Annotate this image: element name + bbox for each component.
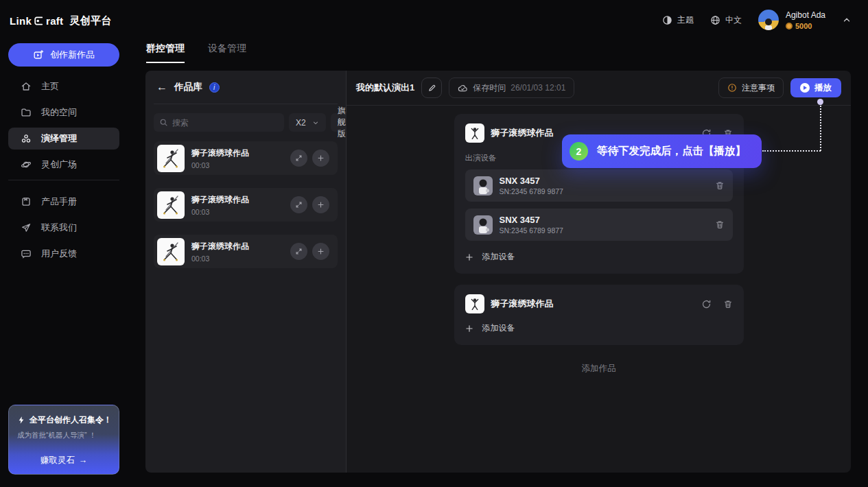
home-icon xyxy=(21,81,32,92)
info-icon[interactable]: i xyxy=(209,82,220,93)
back-button[interactable]: ← xyxy=(156,82,167,93)
tab-device-management[interactable]: 设备管理 xyxy=(208,43,246,63)
globe-icon xyxy=(710,15,720,25)
theme-label: 主题 xyxy=(677,14,694,26)
sidebar-item-label: 灵创广场 xyxy=(41,158,77,171)
tab-group-control[interactable]: 群控管理 xyxy=(146,43,185,63)
sidebar-item-manual[interactable]: 产品手册 xyxy=(8,191,119,213)
play-label: 播放 xyxy=(814,82,832,94)
sidebar-item-plaza[interactable]: 灵创广场 xyxy=(8,154,119,176)
add-work-button[interactable]: 添加作品 xyxy=(454,363,744,375)
user-info: Agibot Ada 5000 xyxy=(786,10,825,30)
sidebar-item-home[interactable]: 主页 xyxy=(8,75,119,97)
play-button[interactable]: 播放 xyxy=(790,78,841,97)
user-name: Agibot Ada xyxy=(786,10,825,20)
sidebar-item-label: 用户反馈 xyxy=(41,248,77,260)
stage-header-divider xyxy=(347,105,851,106)
device-serial: SN:2345 6789 9877 xyxy=(500,187,563,195)
add-device-button[interactable]: 添加设备 xyxy=(465,251,733,263)
device-row: SNX 3457 SN:2345 6789 9877 xyxy=(465,209,733,241)
work-thumbnail xyxy=(465,123,484,143)
sidebar-item-my-space[interactable]: 我的空间 xyxy=(8,102,119,123)
save-time-chip: 保存时间 26/01/03 12:01 xyxy=(449,78,574,98)
add-device-label: 添加设备 xyxy=(482,322,515,334)
work-thumbnail xyxy=(157,145,185,172)
notice-button[interactable]: 注意事项 xyxy=(718,78,784,98)
book-icon xyxy=(21,196,32,207)
coin-balance: 5000 xyxy=(795,22,812,30)
sidebar-item-label: 演绎管理 xyxy=(41,132,77,145)
theme-toggle[interactable]: 主题 xyxy=(662,14,694,26)
show-title: 我的默认演出1 xyxy=(356,82,414,94)
trash-icon[interactable] xyxy=(723,299,733,309)
library-item[interactable]: 狮子滚绣球作品 00:03 xyxy=(154,141,338,175)
tooltip-text: 等待下发完成后，点击【播放】 xyxy=(597,144,746,158)
expand-button[interactable] xyxy=(290,243,307,260)
library-item[interactable]: 狮子滚绣球作品 00:03 xyxy=(154,235,338,268)
add-to-show-button[interactable] xyxy=(312,150,329,167)
notice-label: 注意事项 xyxy=(742,82,775,94)
plus-icon xyxy=(465,253,473,261)
sidebar-item-label: 主页 xyxy=(41,80,59,93)
sidebar-item-label: 联系我们 xyxy=(41,222,77,234)
brand-platform: 灵创平台 xyxy=(69,14,111,27)
play-icon xyxy=(800,83,810,93)
trash-icon[interactable] xyxy=(715,180,725,191)
language-switcher[interactable]: 中文 xyxy=(710,14,742,26)
add-to-show-button[interactable] xyxy=(312,243,329,260)
main-tabs: 群控管理 设备管理 xyxy=(146,43,246,63)
device-serial: SN:2345 6789 9877 xyxy=(500,226,563,235)
add-to-show-button[interactable] xyxy=(312,196,329,213)
tooltip-connector-vertical xyxy=(820,104,821,151)
device-avatar xyxy=(473,176,493,195)
chevron-down-icon xyxy=(312,119,319,126)
sidebar: Link raft 灵创平台 创作新作品 xyxy=(0,0,128,487)
video-add-icon xyxy=(33,49,44,60)
work-thumbnail xyxy=(465,294,484,313)
refresh-icon[interactable] xyxy=(701,299,712,309)
promo-card: 全平台创作人召集令！ 成为首批“机器人导演” ！ 赚取灵石 → xyxy=(8,405,119,475)
promo-headline: 全平台创作人召集令！ xyxy=(30,414,112,426)
chevron-up-icon[interactable] xyxy=(842,15,852,25)
folder-icon xyxy=(21,107,32,118)
work-thumbnail xyxy=(157,191,185,219)
trash-icon[interactable] xyxy=(715,219,725,230)
speed-select[interactable]: X2 xyxy=(289,113,326,132)
create-work-label: 创作新作品 xyxy=(50,49,95,61)
sidebar-item-label: 产品手册 xyxy=(41,195,77,208)
save-time-value: 26/01/03 12:01 xyxy=(511,83,565,93)
sidebar-item-contact[interactable]: 联系我们 xyxy=(8,217,119,239)
sidebar-item-feedback[interactable]: 用户反馈 xyxy=(8,243,119,265)
create-work-button[interactable]: 创作新作品 xyxy=(8,43,119,67)
work-duration: 00:03 xyxy=(191,208,249,216)
tooltip-connector-dot xyxy=(817,99,823,105)
user-avatar[interactable] xyxy=(758,10,779,30)
app-root: Link raft 灵创平台 创作新作品 xyxy=(0,0,868,487)
library-panel: ← 作品库 i X2 xyxy=(145,71,347,473)
plus-icon xyxy=(465,324,473,333)
library-item[interactable]: 狮子滚绣球作品 00:03 xyxy=(154,188,338,222)
expand-button[interactable] xyxy=(290,196,307,213)
expand-button[interactable] xyxy=(290,150,307,167)
earn-gems-button[interactable]: 赚取灵石 → xyxy=(9,447,119,474)
warning-icon xyxy=(727,83,737,93)
work-thumbnail xyxy=(157,238,185,265)
work-title: 狮子滚绣球作品 xyxy=(191,241,249,252)
topbar-right: 主题 中文 Agibot Ada 5000 xyxy=(662,0,852,40)
paper-plane-icon xyxy=(21,222,32,233)
search-input[interactable] xyxy=(172,118,279,128)
onboarding-tooltip: 2 等待下发完成后，点击【播放】 xyxy=(562,134,762,168)
save-time-label: 保存时间 xyxy=(473,82,506,94)
edit-title-button[interactable] xyxy=(421,78,442,98)
sidebar-divider xyxy=(8,180,119,180)
brand-part1: Link xyxy=(10,15,32,27)
work-title: 狮子滚绣球作品 xyxy=(191,147,249,159)
stage-panel: 我的默认演出1 保存时间 26/01/03 12:01 xyxy=(347,71,851,473)
card-work-title: 狮子滚绣球作品 xyxy=(491,127,554,139)
sidebar-item-performance-management[interactable]: 演绎管理 xyxy=(8,128,119,150)
device-avatar xyxy=(473,215,493,235)
speed-value: X2 xyxy=(296,118,306,128)
add-device-label: 添加设备 xyxy=(482,251,515,263)
add-device-button[interactable]: 添加设备 xyxy=(465,322,733,334)
search-box[interactable] xyxy=(154,113,284,132)
